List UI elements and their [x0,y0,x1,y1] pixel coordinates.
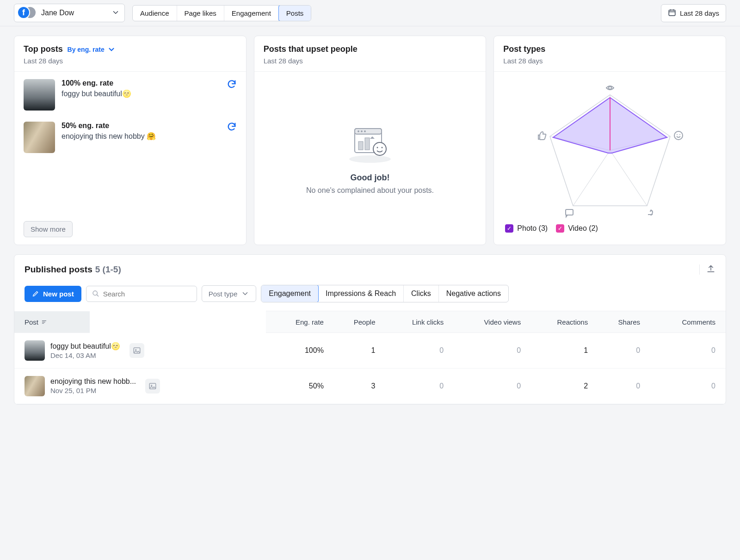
col-header-people[interactable]: People [328,311,380,333]
cell-reactions: 2 [525,368,592,404]
page-selector[interactable]: Jane Dow [14,4,125,22]
col-header-video-views[interactable]: Video views [448,311,525,333]
metric-tab-engagement[interactable]: Engagement [261,285,319,302]
top-posts-subtitle: Last 28 days [24,57,237,65]
published-title: Published posts [25,265,92,275]
col-header-reactions[interactable]: Reactions [525,311,592,333]
col-header-shares[interactable]: Shares [592,311,645,333]
image-icon [130,343,144,358]
cell-eng-rate: 100% [266,333,328,369]
svg-point-13 [373,142,386,155]
top-post-item[interactable]: 50% eng. rate enojoying this new hobby 🤗 [24,122,237,153]
post-caption: enojoying this new hobby 🤗 [62,132,220,141]
svg-point-31 [135,349,136,351]
cell-eng-rate: 50% [266,368,328,404]
cell-reactions: 1 [525,333,592,369]
checkbox-icon: ✓ [505,224,513,233]
table-row[interactable]: foggy but beautiful🌝 Dec 14, 03 AM 100% … [14,333,726,369]
svg-point-26 [679,134,680,135]
cell-shares: 0 [592,368,645,404]
post-types-card: Post types Last 28 days [493,36,726,245]
tab-audience[interactable]: Audience [133,6,177,21]
svg-line-20 [573,150,610,206]
cell-comments: 0 [645,333,726,369]
col-header-link-clicks[interactable]: Link clicks [380,311,448,333]
svg-rect-10 [358,142,363,150]
search-input[interactable] [103,290,191,298]
post-types-subtitle: Last 28 days [503,57,716,65]
post-title: enojoying this new hobb... [50,377,136,386]
col-header-comments[interactable]: Comments [645,311,726,333]
top-posts-title: Top posts [24,44,63,54]
col-header-post[interactable]: Post [14,311,90,333]
published-count: 5 (1-5) [95,265,121,275]
facebook-icon [17,6,30,19]
cell-comments: 0 [645,368,726,404]
post-thumbnail [24,79,55,111]
top-post-item[interactable]: 100% eng. rate foggy but beautiful🌝 [24,79,237,111]
show-more-button[interactable]: Show more [24,221,73,237]
svg-rect-0 [669,10,675,15]
tab-posts[interactable]: Posts [278,5,312,21]
calendar-icon [668,8,676,18]
svg-point-28 [93,291,97,295]
sort-icon [41,319,48,325]
refresh-icon[interactable] [227,122,237,134]
cell-shares: 0 [592,333,645,369]
divider [699,265,700,275]
svg-point-14 [377,147,378,148]
post-thumbnail [24,122,55,153]
empty-illustration-icon [345,122,395,164]
metric-tabs: Engagement Impressions & Reach Clicks Ne… [261,285,509,302]
svg-point-7 [358,130,359,132]
new-post-button[interactable]: New post [25,286,81,302]
svg-point-33 [151,385,152,386]
svg-rect-27 [566,209,573,215]
svg-point-24 [674,131,683,140]
post-date: Dec 14, 03 AM [50,351,120,359]
cell-people: 1 [328,333,380,369]
cell-video-views: 0 [448,368,525,404]
image-icon [145,379,160,394]
search-input-wrapper[interactable] [86,286,197,302]
svg-point-25 [677,134,678,135]
col-header-eng-rate[interactable]: Eng. rate [266,311,328,333]
post-eng-rate: 50% eng. rate [62,122,220,130]
post-date: Nov 25, 01 PM [50,387,136,394]
empty-description: No one's complained about your posts. [306,186,434,195]
metric-tab-impressions[interactable]: Impressions & Reach [318,285,404,302]
pencil-icon [32,290,39,297]
top-posts-card: Top posts By eng. rate Last 28 days 100%… [14,36,247,245]
post-thumbnail [25,340,45,361]
post-types-title: Post types [503,44,716,54]
legend-photo[interactable]: ✓ Photo (3) [505,224,548,233]
date-range-label: Last 28 days [680,9,719,17]
search-icon [92,290,99,297]
legend-video[interactable]: ✓ Video (2) [556,224,598,233]
post-title: foggy but beautiful🌝 [50,342,120,351]
metric-tab-negative[interactable]: Negative actions [439,285,508,302]
tab-page-likes[interactable]: Page likes [177,6,224,21]
svg-point-15 [382,147,383,148]
radar-chart [503,76,716,224]
svg-rect-11 [365,138,370,150]
empty-state: Good job! No one's complained about your… [264,79,477,237]
post-eng-rate: 100% eng. rate [62,79,220,87]
export-icon[interactable] [706,264,715,275]
page-name: Jane Dow [41,9,107,17]
upset-posts-card: Posts that upset people Last 28 days [254,36,487,245]
metric-tab-clicks[interactable]: Clicks [404,285,439,302]
chevron-down-icon [241,289,249,298]
upset-subtitle: Last 28 days [264,57,477,65]
post-type-filter[interactable]: Post type [202,285,257,302]
chevron-down-icon [111,8,120,18]
topbar: Jane Dow Audience Page likes Engagement … [0,0,740,26]
table-row[interactable]: enojoying this new hobb... Nov 25, 01 PM… [14,368,726,404]
post-caption: foggy but beautiful🌝 [62,89,220,98]
refresh-icon[interactable] [227,79,237,92]
date-range-picker[interactable]: Last 28 days [661,4,726,22]
tab-engagement[interactable]: Engagement [224,6,279,21]
svg-point-4 [349,155,391,163]
empty-title: Good job! [351,173,390,183]
top-posts-sort[interactable]: By eng. rate [68,45,116,54]
